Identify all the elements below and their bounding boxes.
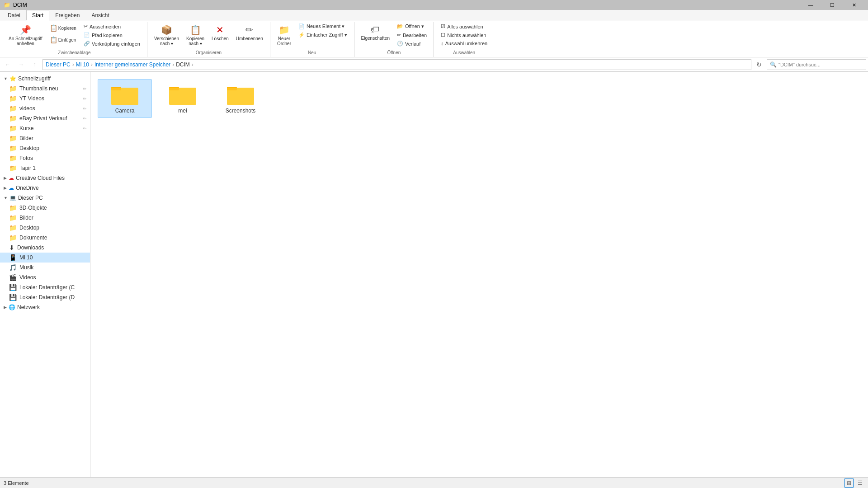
sidebar-creative-cloud-header[interactable]: ▶ ☁ Creative Cloud Files <box>0 173 90 183</box>
tab-freigeben[interactable]: Freigeben <box>49 10 85 20</box>
maximize-button[interactable]: ☐ <box>822 0 843 10</box>
breadcrumb-mi10[interactable]: Mi 10 <box>76 61 89 68</box>
sidebar-item-downloads[interactable]: ⬇ Downloads <box>0 243 90 253</box>
easy-access-icon: ⚡ <box>298 32 305 38</box>
verschieben-button[interactable]: 📦 Verschiebennach ▾ <box>151 22 182 48</box>
verknuepfung-button[interactable]: 🔗 Verknüpfung einfügen <box>80 39 143 48</box>
breadcrumb-sep-3: › <box>172 61 174 68</box>
sidebar-item-desktop[interactable]: 📁 Desktop <box>0 143 90 153</box>
breadcrumb-speicher[interactable]: Interner gemeinsamer Speicher <box>94 61 170 68</box>
neu-column: 📄 Neues Element ▾ ⚡ Einfacher Zugriff ▾ <box>295 22 350 39</box>
verlauf-button[interactable]: 🕐 Verlauf <box>394 39 430 48</box>
sidebar-item-local-d[interactable]: 💾 Lokaler Datenträger (D <box>0 292 90 302</box>
breadcrumb[interactable]: Dieser PC › Mi 10 › Interner gemeinsamer… <box>42 59 751 70</box>
folder-icon: 📁 <box>9 224 17 231</box>
sidebar-item-bilder[interactable]: 📁 Bilder <box>0 133 90 143</box>
sidebar-item-videos[interactable]: 📁 videos ✏ <box>0 103 90 113</box>
ribbon-group-items-zwischenablage: 📌 An Schnellzugriffanheften 📋 Kopieren 📋… <box>5 22 143 48</box>
sidebar-item-thumbnails[interactable]: 📁 Thumbnails neu ✏ <box>0 84 90 94</box>
sidebar-item-videos-pc[interactable]: 🎬 Videos <box>0 272 90 282</box>
sidebar-item-ebay[interactable]: 📁 eBay Privat Verkauf ✏ <box>0 113 90 123</box>
ausschneiden-button[interactable]: ✂ Ausschneiden <box>80 22 143 31</box>
sidebar: ▼ ⭐ Schnellzugriff 📁 Thumbnails neu ✏ 📁 … <box>0 72 90 477</box>
tab-start[interactable]: Start <box>26 10 49 20</box>
kopieren-button[interactable]: 📋 Kopieren <box>47 22 80 34</box>
refresh-button[interactable]: ↻ <box>753 59 765 70</box>
nichts-auswaehlen-label: Nichts auswählen <box>447 33 486 38</box>
einfacher-zugriff-button[interactable]: ⚡ Einfacher Zugriff ▾ <box>295 31 350 39</box>
nichts-auswaehlen-button[interactable]: ☐ Nichts auswählen <box>438 31 491 39</box>
large-icons-view-button[interactable]: ⊞ <box>844 479 854 488</box>
network-icon: 🌐 <box>9 304 15 310</box>
alles-auswaehlen-button[interactable]: ☑ Alles auswählen <box>438 22 491 31</box>
chevron-down-icon: ▼ <box>4 76 8 81</box>
ribbon-group-items-organisieren: 📦 Verschiebennach ▾ 📋 Kopierennach ▾ ✕ L… <box>151 22 266 48</box>
search-input[interactable] <box>778 62 863 67</box>
tab-datei[interactable]: Datei <box>2 10 26 20</box>
tab-ansicht[interactable]: Ansicht <box>85 10 115 20</box>
umkehren-button[interactable]: ↕ Auswahl umkehren <box>438 39 491 47</box>
ribbon-group-items-oeffnen: 🏷 Eigenschaften 📂 Öffnen ▾ ✏ Bearbeiten … <box>358 22 430 48</box>
neu-label: Neu <box>274 49 350 55</box>
sidebar-item-fotos[interactable]: 📁 Fotos <box>0 153 90 163</box>
sidebar-item-musik[interactable]: 🎵 Musik <box>0 263 90 272</box>
folder-mei[interactable]: mei <box>156 79 210 118</box>
sidebar-item-3d-objekte[interactable]: 📁 3D-Objekte <box>0 203 90 213</box>
select-all-icon: ☑ <box>441 23 445 29</box>
pfad-kopieren-label: Pfad kopieren <box>92 33 123 38</box>
folder-screenshots[interactable]: Screenshots <box>213 79 268 118</box>
einfuegen-button[interactable]: 📋 Einfügen <box>47 34 80 46</box>
sidebar-onedrive-header[interactable]: ▶ ☁ OneDrive <box>0 183 90 193</box>
folder-icon: 📁 <box>9 135 17 142</box>
ribbon-group-auswaehlen: ☑ Alles auswählen ☐ Nichts auswählen ↕ A… <box>434 22 494 57</box>
breadcrumb-sep-4: › <box>192 61 193 68</box>
sidebar-netzwerk-header[interactable]: ▶ 🌐 Netzwerk <box>0 302 90 312</box>
sidebar-item-local-c[interactable]: 💾 Lokaler Datenträger (C <box>0 282 90 292</box>
back-button[interactable]: ← <box>2 59 14 70</box>
downloads-icon: ⬇ <box>9 244 14 251</box>
pin-icon: 📌 <box>20 24 31 35</box>
sidebar-item-tapir[interactable]: 📁 Tapir 1 <box>0 163 90 173</box>
neues-element-button[interactable]: 📄 Neues Element ▾ <box>295 22 350 31</box>
drive-icon: 💾 <box>9 284 17 291</box>
up-button[interactable]: ↑ <box>29 59 41 70</box>
schnellzugriff-button[interactable]: 📌 An Schnellzugriffanheften <box>5 22 46 48</box>
minimize-button[interactable]: — <box>800 0 821 10</box>
breadcrumb-sep-2: › <box>91 61 93 68</box>
sidebar-schnellzugriff-header[interactable]: ▼ ⭐ Schnellzugriff <box>0 74 90 84</box>
sidebar-dieser-pc-header[interactable]: ▼ 💻 Dieser PC <box>0 193 90 203</box>
breadcrumb-dieser-pc[interactable]: Dieser PC <box>46 61 71 68</box>
bearbeiten-button[interactable]: ✏ Bearbeiten <box>394 31 430 39</box>
folder-icon: 📁 <box>9 234 17 241</box>
svg-rect-5 <box>169 88 196 105</box>
search-bar[interactable]: 🔍 <box>767 59 866 70</box>
sidebar-item-mi10[interactable]: 📱 Mi 10 <box>0 253 90 263</box>
folder-icon: 📁 <box>9 155 17 162</box>
umbenennen-button[interactable]: ✏ Umbenennen <box>233 22 266 43</box>
sidebar-item-label: Bilder <box>19 135 33 141</box>
creative-cloud-icon: ☁ <box>9 175 14 181</box>
folder-camera[interactable]: Camera <box>98 79 152 118</box>
oeffnen-button[interactable]: 📂 Öffnen ▾ <box>394 22 430 31</box>
creative-cloud-label: Creative Cloud Files <box>16 175 65 181</box>
sidebar-item-label: eBay Privat Verkauf <box>19 115 67 122</box>
sidebar-item-desktop-pc[interactable]: 📁 Desktop <box>0 223 90 233</box>
close-button[interactable]: ✕ <box>844 0 864 10</box>
sidebar-item-bilder-pc[interactable]: 📁 Bilder <box>0 213 90 223</box>
folder-mei-svg <box>169 83 196 106</box>
neuer-ordner-button[interactable]: 📁 NeuerOrdner <box>274 22 294 48</box>
sidebar-item-kurse[interactable]: 📁 Kurse ✏ <box>0 123 90 133</box>
eigenschaften-button[interactable]: 🏷 Eigenschaften <box>358 22 393 43</box>
kopieren-nach-button[interactable]: 📋 Kopierennach ▾ <box>183 22 208 48</box>
new-folder-icon: 📁 <box>278 24 290 35</box>
loeschen-button[interactable]: ✕ Löschen <box>208 22 232 43</box>
forward-button[interactable]: → <box>15 59 27 70</box>
kopieren-label: Kopieren <box>58 26 76 31</box>
auswaehlen-column: ☑ Alles auswählen ☐ Nichts auswählen ↕ A… <box>438 22 491 47</box>
pfad-kopieren-button[interactable]: 📄 Pfad kopieren <box>80 31 143 39</box>
sidebar-item-dokumente[interactable]: 📁 Dokumente <box>0 233 90 243</box>
search-icon: 🔍 <box>770 61 777 68</box>
properties-icon: 🏷 <box>371 24 380 35</box>
list-view-button[interactable]: ☰ <box>855 479 864 488</box>
sidebar-item-yt-videos[interactable]: 📁 YT Videos ✏ <box>0 94 90 103</box>
